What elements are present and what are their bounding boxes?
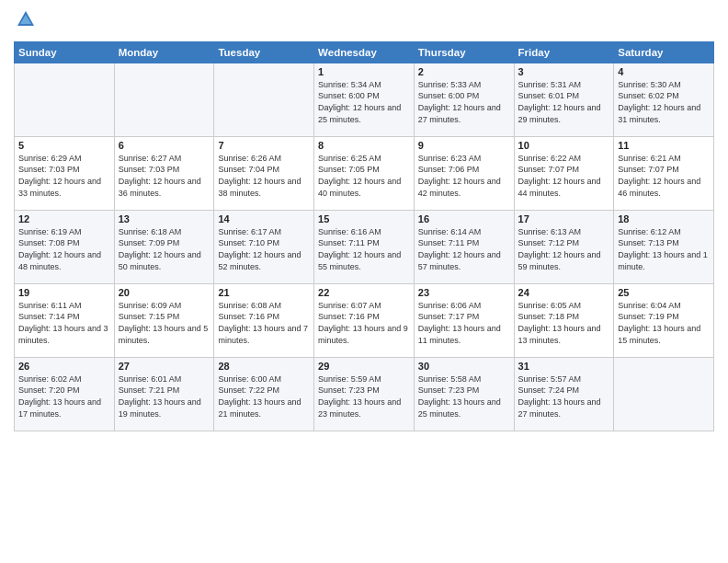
day-detail: Sunrise: 6:00 AMSunset: 7:22 PMDaylight:… bbox=[218, 373, 310, 419]
day-detail: Sunrise: 6:13 AMSunset: 7:12 PMDaylight:… bbox=[518, 226, 610, 272]
calendar-cell: 23Sunrise: 6:06 AMSunset: 7:17 PMDayligh… bbox=[414, 283, 514, 357]
weekday-header-wednesday: Wednesday bbox=[314, 41, 415, 63]
day-detail: Sunrise: 6:05 AMSunset: 7:18 PMDaylight:… bbox=[518, 300, 610, 346]
day-detail: Sunrise: 6:16 AMSunset: 7:11 PMDaylight:… bbox=[318, 226, 410, 272]
calendar-cell: 27Sunrise: 6:01 AMSunset: 7:21 PMDayligh… bbox=[114, 357, 214, 431]
calendar-cell: 29Sunrise: 5:59 AMSunset: 7:23 PMDayligh… bbox=[314, 357, 415, 431]
calendar-cell: 8Sunrise: 6:25 AMSunset: 7:05 PMDaylight… bbox=[314, 136, 415, 210]
logo-icon bbox=[16, 9, 36, 29]
day-detail: Sunrise: 5:57 AMSunset: 7:24 PMDaylight:… bbox=[518, 373, 610, 419]
day-number: 4 bbox=[618, 66, 710, 77]
day-detail: Sunrise: 6:02 AMSunset: 7:20 PMDaylight:… bbox=[18, 373, 110, 419]
day-detail: Sunrise: 5:30 AMSunset: 6:02 PMDaylight:… bbox=[618, 79, 710, 125]
day-detail: Sunrise: 5:33 AMSunset: 6:00 PMDaylight:… bbox=[418, 79, 510, 125]
day-detail: Sunrise: 6:06 AMSunset: 7:17 PMDaylight:… bbox=[418, 300, 510, 346]
day-number: 22 bbox=[318, 287, 410, 298]
calendar-cell: 14Sunrise: 6:17 AMSunset: 7:10 PMDayligh… bbox=[214, 210, 314, 283]
calendar-cell: 15Sunrise: 6:16 AMSunset: 7:11 PMDayligh… bbox=[314, 210, 415, 283]
calendar-cell: 6Sunrise: 6:27 AMSunset: 7:03 PMDaylight… bbox=[114, 136, 214, 210]
day-detail: Sunrise: 6:21 AMSunset: 7:07 PMDaylight:… bbox=[618, 153, 710, 199]
day-number: 9 bbox=[418, 140, 510, 151]
day-number: 20 bbox=[119, 287, 210, 298]
day-detail: Sunrise: 6:07 AMSunset: 7:16 PMDaylight:… bbox=[318, 300, 410, 346]
calendar-cell: 3Sunrise: 5:31 AMSunset: 6:01 PMDaylight… bbox=[514, 63, 614, 136]
day-detail: Sunrise: 6:27 AMSunset: 7:03 PMDaylight:… bbox=[119, 153, 210, 199]
calendar-cell: 1Sunrise: 5:34 AMSunset: 6:00 PMDaylight… bbox=[314, 63, 415, 136]
day-detail: Sunrise: 6:08 AMSunset: 7:16 PMDaylight:… bbox=[218, 300, 310, 346]
calendar-cell: 7Sunrise: 6:26 AMSunset: 7:04 PMDaylight… bbox=[214, 136, 314, 210]
day-number: 28 bbox=[218, 361, 310, 372]
calendar-cell: 25Sunrise: 6:04 AMSunset: 7:19 PMDayligh… bbox=[614, 283, 714, 357]
day-number: 24 bbox=[518, 287, 610, 298]
weekday-header-monday: Monday bbox=[114, 41, 214, 63]
day-detail: Sunrise: 6:25 AMSunset: 7:05 PMDaylight:… bbox=[318, 153, 410, 199]
header bbox=[14, 9, 714, 34]
calendar-cell: 2Sunrise: 5:33 AMSunset: 6:00 PMDaylight… bbox=[414, 63, 514, 136]
calendar-cell: 17Sunrise: 6:13 AMSunset: 7:12 PMDayligh… bbox=[514, 210, 614, 283]
calendar-cell: 5Sunrise: 6:29 AMSunset: 7:03 PMDaylight… bbox=[15, 136, 115, 210]
day-number: 1 bbox=[318, 66, 410, 77]
day-detail: Sunrise: 6:04 AMSunset: 7:19 PMDaylight:… bbox=[618, 300, 710, 346]
calendar-cell: 10Sunrise: 6:22 AMSunset: 7:07 PMDayligh… bbox=[514, 136, 614, 210]
calendar-table: SundayMondayTuesdayWednesdayThursdayFrid… bbox=[14, 41, 714, 431]
day-number: 15 bbox=[318, 213, 410, 224]
calendar-cell: 9Sunrise: 6:23 AMSunset: 7:06 PMDaylight… bbox=[414, 136, 514, 210]
day-number: 7 bbox=[218, 140, 310, 151]
day-number: 3 bbox=[518, 66, 610, 77]
day-number: 19 bbox=[18, 287, 110, 298]
day-number: 27 bbox=[119, 361, 210, 372]
calendar-cell: 31Sunrise: 5:57 AMSunset: 7:24 PMDayligh… bbox=[514, 357, 614, 431]
calendar-cell: 22Sunrise: 6:07 AMSunset: 7:16 PMDayligh… bbox=[314, 283, 415, 357]
day-number: 26 bbox=[18, 361, 110, 372]
day-number: 18 bbox=[618, 213, 710, 224]
calendar-cell: 11Sunrise: 6:21 AMSunset: 7:07 PMDayligh… bbox=[614, 136, 714, 210]
day-detail: Sunrise: 6:17 AMSunset: 7:10 PMDaylight:… bbox=[218, 226, 310, 272]
calendar-cell: 18Sunrise: 6:12 AMSunset: 7:13 PMDayligh… bbox=[614, 210, 714, 283]
day-detail: Sunrise: 6:22 AMSunset: 7:07 PMDaylight:… bbox=[518, 153, 610, 199]
day-detail: Sunrise: 6:18 AMSunset: 7:09 PMDaylight:… bbox=[119, 226, 210, 272]
day-number: 17 bbox=[518, 213, 610, 224]
day-detail: Sunrise: 6:19 AMSunset: 7:08 PMDaylight:… bbox=[18, 226, 110, 272]
calendar-cell: 21Sunrise: 6:08 AMSunset: 7:16 PMDayligh… bbox=[214, 283, 314, 357]
day-number: 2 bbox=[418, 66, 510, 77]
calendar-cell: 24Sunrise: 6:05 AMSunset: 7:18 PMDayligh… bbox=[514, 283, 614, 357]
calendar-cell: 16Sunrise: 6:14 AMSunset: 7:11 PMDayligh… bbox=[414, 210, 514, 283]
day-number: 29 bbox=[318, 361, 410, 372]
day-number: 12 bbox=[18, 213, 110, 224]
day-number: 5 bbox=[18, 140, 110, 151]
calendar-cell: 4Sunrise: 5:30 AMSunset: 6:02 PMDaylight… bbox=[614, 63, 714, 136]
day-detail: Sunrise: 5:34 AMSunset: 6:00 PMDaylight:… bbox=[318, 79, 410, 125]
calendar-cell: 20Sunrise: 6:09 AMSunset: 7:15 PMDayligh… bbox=[114, 283, 214, 357]
day-number: 8 bbox=[318, 140, 410, 151]
day-detail: Sunrise: 5:59 AMSunset: 7:23 PMDaylight:… bbox=[318, 373, 410, 419]
day-detail: Sunrise: 6:01 AMSunset: 7:21 PMDaylight:… bbox=[119, 373, 210, 419]
day-detail: Sunrise: 5:58 AMSunset: 7:23 PMDaylight:… bbox=[418, 373, 510, 419]
day-detail: Sunrise: 6:23 AMSunset: 7:06 PMDaylight:… bbox=[418, 153, 510, 199]
calendar-cell bbox=[214, 63, 314, 136]
calendar-cell: 13Sunrise: 6:18 AMSunset: 7:09 PMDayligh… bbox=[114, 210, 214, 283]
calendar-cell: 28Sunrise: 6:00 AMSunset: 7:22 PMDayligh… bbox=[214, 357, 314, 431]
calendar-cell bbox=[114, 63, 214, 136]
weekday-header-friday: Friday bbox=[514, 41, 614, 63]
calendar-cell: 30Sunrise: 5:58 AMSunset: 7:23 PMDayligh… bbox=[414, 357, 514, 431]
weekday-header-thursday: Thursday bbox=[414, 41, 514, 63]
day-number: 16 bbox=[418, 213, 510, 224]
day-detail: Sunrise: 6:11 AMSunset: 7:14 PMDaylight:… bbox=[18, 300, 110, 346]
day-number: 30 bbox=[418, 361, 510, 372]
calendar-cell: 19Sunrise: 6:11 AMSunset: 7:14 PMDayligh… bbox=[15, 283, 115, 357]
day-number: 11 bbox=[618, 140, 710, 151]
day-detail: Sunrise: 5:31 AMSunset: 6:01 PMDaylight:… bbox=[518, 79, 610, 125]
day-number: 25 bbox=[618, 287, 710, 298]
day-number: 10 bbox=[518, 140, 610, 151]
day-detail: Sunrise: 6:09 AMSunset: 7:15 PMDaylight:… bbox=[119, 300, 210, 346]
day-number: 31 bbox=[518, 361, 610, 372]
day-detail: Sunrise: 6:26 AMSunset: 7:04 PMDaylight:… bbox=[218, 153, 310, 199]
weekday-header-saturday: Saturday bbox=[614, 41, 714, 63]
calendar-cell: 12Sunrise: 6:19 AMSunset: 7:08 PMDayligh… bbox=[15, 210, 115, 283]
weekday-header-sunday: Sunday bbox=[15, 41, 115, 63]
day-detail: Sunrise: 6:29 AMSunset: 7:03 PMDaylight:… bbox=[18, 153, 110, 199]
day-detail: Sunrise: 6:12 AMSunset: 7:13 PMDaylight:… bbox=[618, 226, 710, 272]
logo bbox=[14, 9, 36, 34]
day-number: 14 bbox=[218, 213, 310, 224]
calendar-cell bbox=[614, 357, 714, 431]
